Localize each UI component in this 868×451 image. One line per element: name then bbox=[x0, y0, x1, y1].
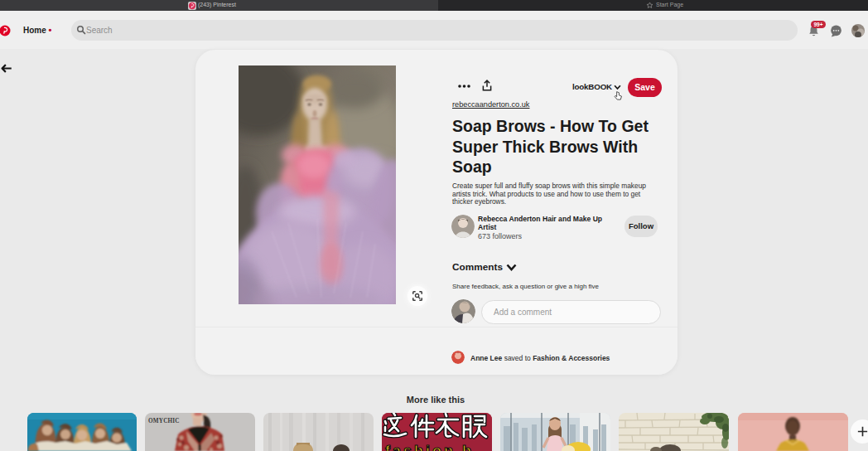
svg-text:OMYCHIC: OMYCHIC bbox=[148, 418, 180, 424]
svg-text:fashion b: fashion b bbox=[385, 443, 474, 451]
